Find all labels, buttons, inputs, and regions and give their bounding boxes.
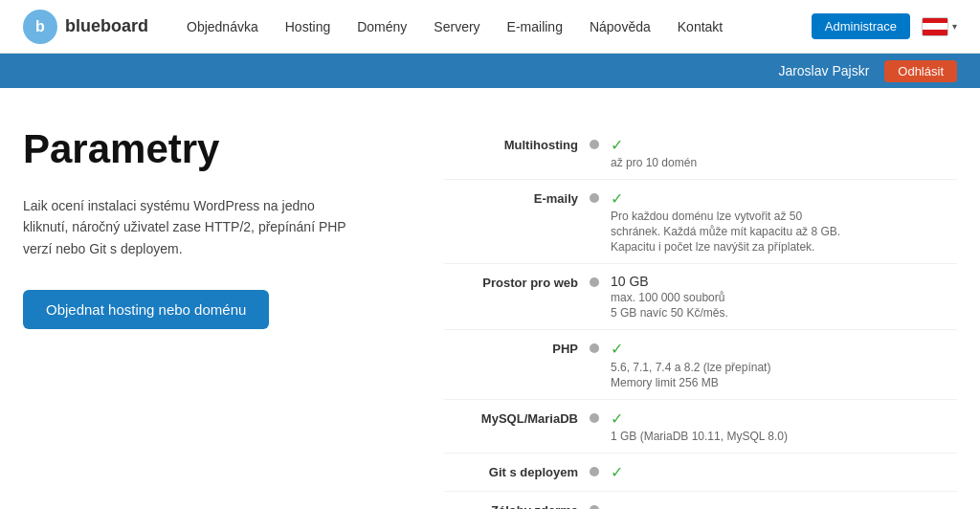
param-label: E-maily xyxy=(444,189,578,206)
param-dot-icon xyxy=(590,413,599,423)
logo-text: blueboard xyxy=(65,16,148,36)
param-row: Prostor pro web10 GBmax. 100 000 souborů… xyxy=(444,264,957,330)
param-dot-icon xyxy=(590,343,599,353)
param-details: ✓5.6, 7.1, 7.4 a 8.2 (lze přepínat)Memor… xyxy=(611,340,770,388)
param-note: Kapacitu i počet lze navýšit za příplate… xyxy=(611,240,840,254)
user-bar: Jaroslav Pajskr Odhlásit xyxy=(0,54,980,88)
param-note: až pro 10 domén xyxy=(611,156,697,169)
param-row: MySQL/MariaDB✓1 GB (MariaDB 10.11, MySQL… xyxy=(444,400,957,454)
nav-napoveda[interactable]: Nápověda xyxy=(590,19,651,34)
param-label: Multihosting xyxy=(444,136,578,152)
param-label: Git s deployem xyxy=(444,463,578,479)
param-label: MySQL/MariaDB xyxy=(444,409,578,426)
param-label: Prostor pro web xyxy=(444,274,578,290)
param-row: Multihosting✓až pro 10 domén xyxy=(444,126,957,180)
param-dot-icon xyxy=(590,140,599,149)
param-note: Pro každou doménu lze vytvořit až 50 xyxy=(611,210,840,223)
nav-hosting[interactable]: Hosting xyxy=(285,19,330,34)
param-note: schránek. Každá může mít kapacitu až 8 G… xyxy=(611,225,840,238)
param-note: 5 GB navíc 50 Kč/měs. xyxy=(611,306,728,320)
left-panel: Parametry Laik ocení instalaci systému W… xyxy=(23,126,387,509)
param-label: Zálohy zdarma xyxy=(444,501,578,509)
right-panel: Multihosting✓až pro 10 doménE-maily✓Pro … xyxy=(444,126,957,509)
nav-domeny[interactable]: Domény xyxy=(357,19,407,34)
param-note: Memory limit 256 MB xyxy=(611,376,770,389)
logo-link[interactable]: b blueboard xyxy=(23,10,148,44)
nav-links: ObjednávkaHostingDoményServeryE-mailingN… xyxy=(187,19,812,34)
top-navigation: b blueboard ObjednávkaHostingDoményServe… xyxy=(0,0,980,54)
param-check-icon: ✓ xyxy=(611,136,623,154)
param-note: 1 GB (MariaDB 10.11, MySQL 8.0) xyxy=(611,430,788,443)
admin-button[interactable]: Administrace xyxy=(812,13,910,39)
param-dot-icon xyxy=(590,277,599,287)
param-row: PHP✓5.6, 7.1, 7.4 a 8.2 (lze přepínat)Me… xyxy=(444,330,957,399)
param-row: E-maily✓Pro každou doménu lze vytvořit a… xyxy=(444,180,957,264)
nav-right: Administrace ▾ xyxy=(812,13,957,39)
param-note: max. 100 000 souborů xyxy=(611,291,728,304)
user-name: Jaroslav Pajskr xyxy=(778,63,869,78)
param-details: 10 GBmax. 100 000 souborů5 GB navíc 50 K… xyxy=(611,274,728,320)
nav-servery[interactable]: Servery xyxy=(434,19,479,34)
nav-emailing[interactable]: E-mailing xyxy=(507,19,563,34)
param-dot-icon xyxy=(590,467,599,476)
param-details: ✓Pro každou doménu lze vytvořit až 50sch… xyxy=(611,189,840,254)
logout-button[interactable]: Odhlásit xyxy=(884,60,957,82)
param-row: Git s deployem✓ xyxy=(444,454,957,492)
param-value: 10 GB xyxy=(611,274,649,289)
param-note: 5.6, 7.1, 7.4 a 8.2 (lze přepínat) xyxy=(611,361,770,374)
chevron-down-icon: ▾ xyxy=(952,21,957,32)
param-label: PHP xyxy=(444,340,578,356)
param-details: ✓až pro 10 domén xyxy=(611,136,697,169)
param-check-icon: ✓ xyxy=(611,189,623,208)
param-dot-icon xyxy=(590,193,599,203)
czech-flag-icon xyxy=(922,17,948,36)
logo-icon: b xyxy=(23,10,57,44)
param-check-icon: ✓ xyxy=(611,463,623,481)
param-check-icon: ✓ xyxy=(611,340,623,358)
param-check-icon: ✓ xyxy=(611,409,623,428)
language-selector[interactable]: ▾ xyxy=(922,17,957,36)
param-dot-icon xyxy=(590,505,599,509)
nav-kontakt[interactable]: Kontakt xyxy=(678,19,723,34)
page-description: Laik ocení instalaci systému WordPress n… xyxy=(23,195,348,259)
page-title: Parametry xyxy=(23,126,387,172)
nav-objednavka[interactable]: Objednávka xyxy=(187,19,258,34)
order-button[interactable]: Objednat hosting nebo doménu xyxy=(23,290,269,329)
param-details: ✓1 GB (MariaDB 10.11, MySQL 8.0) xyxy=(611,409,788,443)
param-details: ✓ xyxy=(611,463,623,481)
main-content: Parametry Laik ocení instalaci systému W… xyxy=(0,88,980,509)
param-row: Zálohy zdarma xyxy=(444,492,957,509)
